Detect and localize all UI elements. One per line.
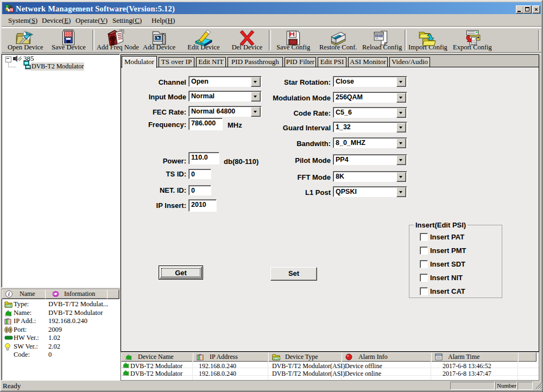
svg-text:i: i [8, 291, 10, 297]
